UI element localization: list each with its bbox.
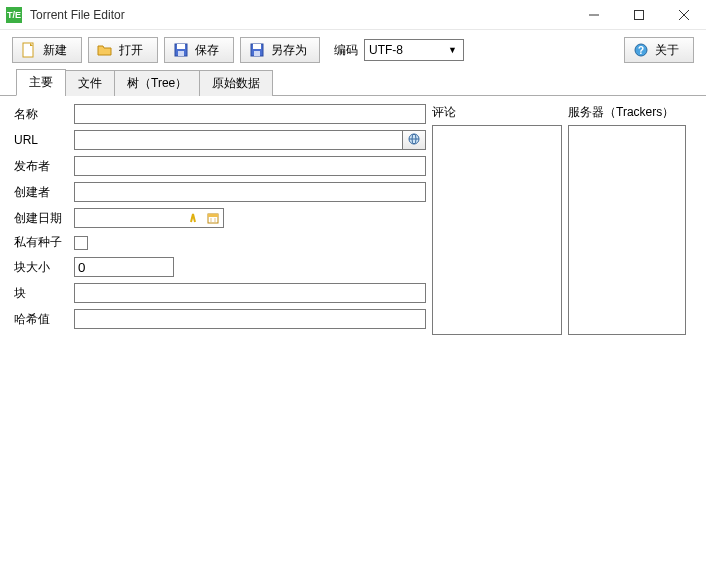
url-input[interactable] (74, 130, 402, 150)
created-label: 创建日期 (14, 210, 74, 227)
save-button[interactable]: 保存 (164, 37, 234, 63)
save-icon (173, 42, 189, 58)
maximize-button[interactable] (616, 0, 661, 30)
content: 名称 URL 发布者 创建者 创建日期 (0, 96, 706, 349)
url-label: URL (14, 133, 74, 147)
about-label: 关于 (655, 42, 679, 59)
app-logo-icon: T/E (6, 7, 22, 23)
hash-input[interactable] (74, 309, 426, 329)
private-checkbox[interactable] (74, 236, 88, 250)
globe-icon (408, 133, 420, 148)
titlebar: T/E Torrent File Editor (0, 0, 706, 30)
svg-rect-11 (254, 51, 260, 56)
saveas-button[interactable]: 另存为 (240, 37, 320, 63)
about-button[interactable]: ? 关于 (624, 37, 694, 63)
tab-tree[interactable]: 树（Tree） (114, 70, 200, 96)
tab-raw[interactable]: 原始数据 (199, 70, 273, 96)
tab-main[interactable]: 主要 (16, 69, 66, 96)
piecesize-label: 块大小 (14, 259, 74, 276)
publisher-label: 发布者 (14, 158, 74, 175)
url-browse-button[interactable] (402, 130, 426, 150)
file-new-icon (21, 42, 37, 58)
name-label: 名称 (14, 106, 74, 123)
window-title: Torrent File Editor (30, 8, 125, 22)
svg-rect-1 (634, 11, 643, 20)
tab-files[interactable]: 文件 (65, 70, 115, 96)
saveas-icon (249, 42, 265, 58)
help-icon: ? (633, 42, 649, 58)
toolbar: 新建 打开 保存 另存为 编码 UTF-8 ▼ ? 关于 (0, 30, 706, 70)
close-button[interactable] (661, 0, 706, 30)
open-button[interactable]: 打开 (88, 37, 158, 63)
creator-label: 创建者 (14, 184, 74, 201)
trackers-listbox[interactable] (568, 125, 686, 335)
svg-rect-7 (177, 44, 185, 49)
private-label: 私有种子 (14, 234, 74, 251)
svg-rect-8 (178, 51, 184, 56)
pieces-label: 块 (14, 285, 74, 302)
creator-input[interactable] (74, 182, 426, 202)
open-label: 打开 (119, 42, 143, 59)
tabs: 主要 文件 树（Tree） 原始数据 (0, 70, 706, 96)
created-date-input[interactable] (74, 208, 224, 228)
pieces-input[interactable] (74, 283, 426, 303)
calendar-icon[interactable] (205, 210, 221, 226)
new-label: 新建 (43, 42, 67, 59)
hash-label: 哈希值 (14, 311, 74, 328)
encoding-select[interactable]: UTF-8 ▼ (364, 39, 464, 61)
save-label: 保存 (195, 42, 219, 59)
folder-open-icon (97, 42, 113, 58)
trackers-column: 服务器（Trackers） (568, 104, 686, 335)
encoding-label: 编码 (334, 42, 358, 59)
svg-rect-10 (253, 44, 261, 49)
comments-label: 评论 (432, 104, 562, 121)
window-controls (571, 0, 706, 30)
minimize-button[interactable] (571, 0, 616, 30)
comments-listbox[interactable] (432, 125, 562, 335)
chevron-down-icon: ▼ (448, 45, 457, 55)
piecesize-input[interactable] (74, 257, 174, 277)
publisher-input[interactable] (74, 156, 426, 176)
trackers-label: 服务器（Trackers） (568, 104, 686, 121)
name-input[interactable] (74, 104, 426, 124)
form-panel: 名称 URL 发布者 创建者 创建日期 (14, 104, 426, 335)
encoding-value: UTF-8 (369, 43, 403, 57)
svg-rect-18 (208, 214, 218, 217)
clear-date-icon[interactable] (187, 210, 203, 226)
comments-column: 评论 (432, 104, 562, 335)
svg-text:?: ? (638, 45, 644, 56)
new-button[interactable]: 新建 (12, 37, 82, 63)
saveas-label: 另存为 (271, 42, 307, 59)
